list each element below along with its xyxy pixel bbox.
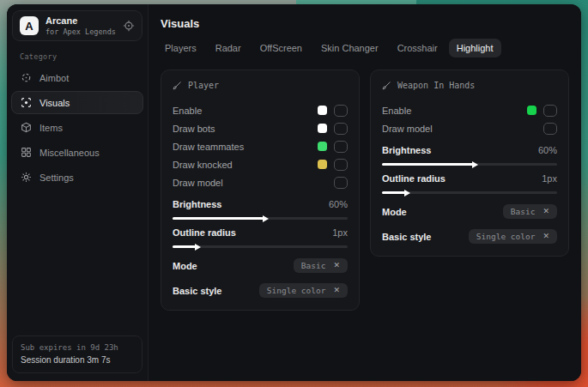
app-logo: A	[20, 16, 39, 35]
outline-radius-slider-block: Outline radius 1px	[173, 227, 348, 248]
category-label: Category	[20, 52, 143, 61]
enable-checkbox[interactable]	[543, 105, 557, 117]
sidebar-item-items[interactable]: Items	[11, 116, 143, 139]
sidebar-item-aimbot[interactable]: Aimbot	[11, 66, 143, 89]
basic-style-row: Basic style Single color ✕	[382, 229, 557, 244]
brightness-slider-block: Brightness 60%	[173, 199, 348, 220]
grid-icon	[21, 147, 32, 158]
app-window: A Arcane for Apex Legends Category Aimbo…	[7, 4, 581, 381]
slider-thumb[interactable]	[472, 161, 478, 168]
tab-radar[interactable]: Radar	[208, 39, 249, 57]
color-swatch[interactable]	[527, 106, 536, 115]
color-swatch[interactable]	[318, 142, 327, 151]
crosshair-icon	[21, 72, 32, 83]
toggle-row-draw-knocked: Draw knocked	[173, 155, 348, 173]
app-name: Arcane	[45, 15, 116, 27]
toggle-row-draw-model: Draw model	[173, 173, 348, 191]
toggle-row-enable: Enable	[173, 101, 348, 119]
panel-title: Player	[188, 81, 219, 90]
brightness-value: 60%	[538, 145, 557, 155]
tab-skin-changer[interactable]: Skin Changer	[313, 39, 386, 57]
close-icon[interactable]: ✕	[543, 233, 549, 240]
panel-title: Weapon In Hands	[397, 81, 475, 90]
mode-tag[interactable]: Basic ✕	[503, 204, 557, 219]
slider-thumb[interactable]	[404, 190, 410, 197]
outline-radius-slider-block: Outline radius 1px	[382, 173, 557, 194]
toggle-row-draw-model: Draw model	[382, 119, 557, 137]
sidebar-item-label: Visuals	[39, 98, 70, 108]
mode-row: Mode Basic ✕	[173, 258, 348, 273]
draw-knocked-checkbox[interactable]	[334, 159, 348, 171]
toggle-row-draw-teammates: Draw teammates	[173, 137, 348, 155]
subscription-info-card: Sub expires in 9d 23h Session duration 3…	[12, 336, 142, 374]
sidebar-item-visuals[interactable]: Visuals	[11, 91, 143, 114]
page-title: Visuals	[149, 4, 581, 39]
close-icon[interactable]: ✕	[543, 208, 549, 215]
gear-icon	[21, 172, 32, 183]
toggle-row-draw-bots: Draw bots	[173, 119, 348, 137]
toggle-row-enable: Enable	[382, 101, 557, 119]
close-icon[interactable]: ✕	[333, 262, 340, 269]
sidebar-nav: Aimbot Visuals Items Misc	[11, 66, 143, 189]
basic-style-tag[interactable]: Single color ✕	[469, 229, 557, 244]
slider-thumb[interactable]	[195, 244, 201, 251]
color-swatch[interactable]	[318, 106, 327, 115]
draw-model-checkbox[interactable]	[543, 123, 557, 135]
tab-players[interactable]: Players	[157, 39, 204, 57]
cube-icon	[21, 122, 32, 133]
draw-bots-checkbox[interactable]	[334, 123, 348, 135]
brightness-value: 60%	[329, 199, 348, 209]
sidebar-item-label: Settings	[39, 172, 74, 183]
mode-tag[interactable]: Basic ✕	[294, 258, 348, 273]
brightness-slider[interactable]	[173, 217, 348, 220]
brush-icon	[173, 81, 182, 90]
draw-teammates-checkbox[interactable]	[334, 141, 348, 153]
panels-container: Player Enable Draw bots Draw teammates	[149, 57, 581, 323]
outline-radius-value: 1px	[542, 173, 557, 184]
close-icon[interactable]: ✕	[333, 287, 340, 294]
brush-icon	[382, 81, 391, 90]
sidebar-item-settings[interactable]: Settings	[11, 166, 143, 189]
eye-scan-icon	[21, 97, 32, 108]
tab-bar: Players Radar OffScreen Skin Changer Cro…	[149, 39, 581, 57]
color-swatch[interactable]	[318, 124, 327, 133]
main-content: Visuals Players Radar OffScreen Skin Cha…	[149, 4, 581, 381]
tab-crosshair[interactable]: Crosshair	[390, 39, 446, 57]
session-duration-text: Session duration 3m 7s	[21, 354, 134, 366]
enable-checkbox[interactable]	[334, 105, 348, 117]
slider-thumb[interactable]	[263, 215, 269, 222]
outline-radius-slider[interactable]	[382, 191, 557, 194]
target-icon[interactable]	[123, 20, 135, 32]
color-swatch[interactable]	[318, 160, 327, 169]
tab-offscreen[interactable]: OffScreen	[252, 39, 310, 57]
outline-radius-value: 1px	[332, 227, 348, 238]
app-subtitle: for Apex Legends	[45, 27, 116, 37]
sidebar-item-label: Miscellaneous	[39, 148, 100, 158]
sidebar: A Arcane for Apex Legends Category Aimbo…	[7, 4, 149, 381]
tab-highlight[interactable]: Highlight	[449, 39, 501, 57]
outline-radius-slider[interactable]	[173, 245, 348, 248]
mode-row: Mode Basic ✕	[382, 204, 557, 219]
brightness-slider-block: Brightness 60%	[382, 145, 557, 166]
draw-model-checkbox[interactable]	[334, 177, 348, 189]
sub-expires-text: Sub expires in 9d 23h	[21, 342, 134, 354]
brightness-slider[interactable]	[382, 163, 557, 166]
basic-style-row: Basic style Single color ✕	[173, 283, 348, 298]
weapon-in-hands-panel: Weapon In Hands Enable Draw model Bright…	[370, 70, 569, 257]
app-header-card: A Arcane for Apex Legends	[12, 10, 142, 41]
basic-style-tag[interactable]: Single color ✕	[259, 283, 348, 298]
sidebar-item-miscellaneous[interactable]: Miscellaneous	[11, 141, 143, 164]
sidebar-item-label: Aimbot	[39, 73, 69, 83]
player-panel: Player Enable Draw bots Draw teammates	[161, 70, 360, 311]
sidebar-item-label: Items	[39, 123, 63, 133]
